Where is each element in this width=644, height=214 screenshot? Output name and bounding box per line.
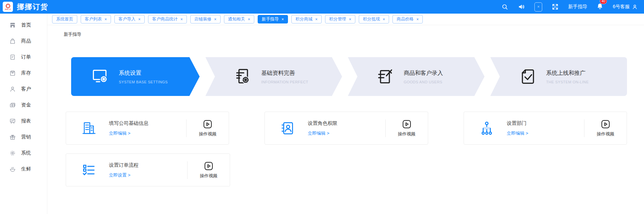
setup-now-link[interactable]: 立即设置 > — [109, 172, 139, 178]
tab-label: 新手指导 — [262, 16, 279, 22]
edit-now-link[interactable]: 立即编辑 > — [308, 130, 337, 136]
sidebar-item-funds[interactable]: 资金 — [0, 97, 47, 113]
tab-points-redeem[interactable]: 积分抵现× — [359, 15, 389, 23]
step-title: 商品和客户录入 — [404, 69, 443, 77]
close-icon[interactable]: × — [180, 17, 183, 21]
tab-label: 客户列表 — [85, 16, 102, 22]
edit-now-link[interactable]: 立即编辑 > — [507, 130, 528, 136]
step-system-online[interactable]: 系统上线和推广 THE SYSTEM ON-LINE — [490, 57, 627, 96]
tab-points-mall[interactable]: 积分商城× — [291, 15, 322, 23]
sidebar-item-inventory[interactable]: 库存 — [0, 65, 47, 81]
sidebar-item-home[interactable]: 首页 — [0, 17, 47, 33]
card-role-permission: 设置角色权限 立即编辑 > 操作视频 — [264, 112, 428, 145]
tab-points-manage[interactable]: 积分管理× — [325, 15, 355, 23]
tab-customer-import[interactable]: 客户导入× — [114, 15, 145, 23]
step-title: 基础资料完善 — [261, 69, 308, 77]
video-label: 操作视频 — [398, 131, 416, 137]
tab-shop-decoration[interactable]: 店铺装修× — [190, 15, 221, 23]
sidebar-item-fresh[interactable]: 生鲜 — [0, 161, 47, 177]
tab-label: 积分抵现 — [363, 16, 380, 22]
close-icon[interactable]: × — [281, 17, 284, 21]
sidebar-item-label: 资金 — [21, 102, 31, 108]
user-label: 6号客服 — [613, 4, 630, 10]
notification-bell[interactable]: 40 — [596, 2, 603, 11]
close-icon[interactable]: × — [104, 17, 107, 21]
app-window-icon[interactable]: × — [534, 2, 542, 12]
operation-video-button[interactable]: 操作视频 — [188, 161, 230, 179]
marketing-gift-icon — [9, 134, 16, 141]
sidebar-item-reports[interactable]: 报表 — [0, 113, 47, 129]
tab-product-price[interactable]: 商品价格× — [392, 15, 423, 23]
sidebar-item-system[interactable]: 系统 — [0, 145, 47, 161]
step-subtitle: INFORMATION PERFECT — [261, 80, 308, 84]
tab-label: 通知相关 — [228, 16, 245, 22]
play-video-icon — [402, 119, 412, 129]
order-doc-icon — [9, 54, 16, 61]
header-guide-link[interactable]: 新手指导 — [568, 4, 587, 10]
close-icon[interactable]: × — [349, 17, 351, 21]
close-icon[interactable]: × — [416, 17, 419, 21]
sidebar-item-label: 首页 — [21, 22, 31, 28]
step-system-settings[interactable]: 系统设置 SYSTEM BASE SETTINGS — [71, 57, 200, 96]
sidebar-item-orders[interactable]: 订单 — [0, 49, 47, 65]
tab-notification[interactable]: 通知相关× — [224, 15, 254, 23]
operation-video-button[interactable]: 操作视频 — [386, 119, 428, 137]
tab-bar: 系统首页 客户列表× 客户导入× 客户商品统计× 店铺装修× 通知相关× 新手指… — [47, 14, 644, 25]
goods-bag-icon — [9, 38, 16, 45]
report-chart-icon — [9, 118, 16, 125]
department-orgchart-icon — [479, 120, 495, 136]
close-icon[interactable]: × — [138, 17, 141, 21]
video-label: 操作视频 — [200, 173, 218, 179]
breadcrumb: 新手指导 — [64, 31, 627, 37]
card-title: 设置订单流程 — [109, 162, 139, 168]
step-base-info[interactable]: 基础资料完善 INFORMATION PERFECT — [206, 57, 342, 96]
user-person-icon — [632, 4, 638, 10]
tab-system-home[interactable]: 系统首页 — [52, 15, 77, 23]
card-title: 设置部门 — [507, 120, 528, 127]
close-icon[interactable]: × — [248, 17, 250, 21]
tab-customer-product-stats[interactable]: 客户商品统计× — [148, 15, 187, 23]
funds-money-icon — [9, 102, 16, 109]
company-building-icon — [81, 120, 97, 136]
video-label: 操作视频 — [199, 131, 216, 137]
logo-text: 挪挪订货 — [5, 9, 11, 10]
sidebar-item-label: 生鲜 — [21, 166, 31, 172]
speaker-icon[interactable] — [518, 3, 525, 11]
close-icon[interactable]: × — [383, 17, 385, 21]
tab-label: 客户商品统计 — [152, 16, 178, 22]
card-company-info: 填写公司基础信息 立即编辑 > 操作视频 — [66, 112, 229, 145]
onboarding-steps: 系统设置 SYSTEM BASE SETTINGS — [71, 57, 627, 96]
tab-label: 客户导入 — [118, 16, 135, 22]
tab-label: 系统首页 — [56, 16, 73, 22]
home-icon — [9, 22, 16, 29]
tab-label: 积分商城 — [295, 16, 312, 22]
sidebar-item-label: 营销 — [21, 134, 31, 140]
close-icon[interactable]: × — [315, 17, 318, 21]
edit-now-link[interactable]: 立即编辑 > — [109, 130, 148, 136]
operation-video-button[interactable]: 操作视频 — [187, 119, 229, 137]
step-goods-users[interactable]: 商品和客户录入 GOODS AND USERS — [348, 57, 485, 96]
sidebar-item-label: 报表 — [21, 118, 31, 124]
main-content: 新手指导 系统设置 SYSTEM B — [47, 25, 644, 186]
sidebar-item-goods[interactable]: 商品 — [0, 33, 47, 49]
tab-newbie-guide[interactable]: 新手指导× — [258, 15, 288, 23]
fullscreen-icon[interactable] — [551, 3, 559, 11]
task-cards-row-1: 填写公司基础信息 立即编辑 > 操作视频 — [66, 112, 627, 145]
order-flow-checklist-icon — [81, 162, 97, 178]
task-cards-row-2: 设置订单流程 立即设置 > 操作视频 — [66, 153, 627, 186]
sidebar-item-customers[interactable]: 客户 — [0, 81, 47, 97]
card-order-flow: 设置订单流程 立即设置 > 操作视频 — [66, 153, 230, 186]
sidebar-item-label: 系统 — [21, 150, 31, 156]
step-title: 系统上线和推广 — [546, 69, 589, 77]
tab-customer-list[interactable]: 客户列表× — [81, 15, 111, 23]
tab-label: 商品价格 — [397, 16, 414, 22]
card-title: 填写公司基础信息 — [109, 120, 148, 127]
sidebar-item-marketing[interactable]: 营销 — [0, 129, 47, 145]
user-account[interactable]: 6号客服 — [613, 4, 638, 10]
card-department: 设置部门 立即编辑 > 操作视频 — [464, 112, 627, 145]
sidebar: 首页 商品 订单 库存 客户 资金 报表 营销 — [0, 14, 47, 214]
search-icon[interactable] — [501, 3, 509, 11]
operation-video-button[interactable]: 操作视频 — [584, 119, 627, 137]
sidebar-item-label: 订单 — [21, 54, 31, 60]
close-icon[interactable]: × — [214, 17, 216, 21]
